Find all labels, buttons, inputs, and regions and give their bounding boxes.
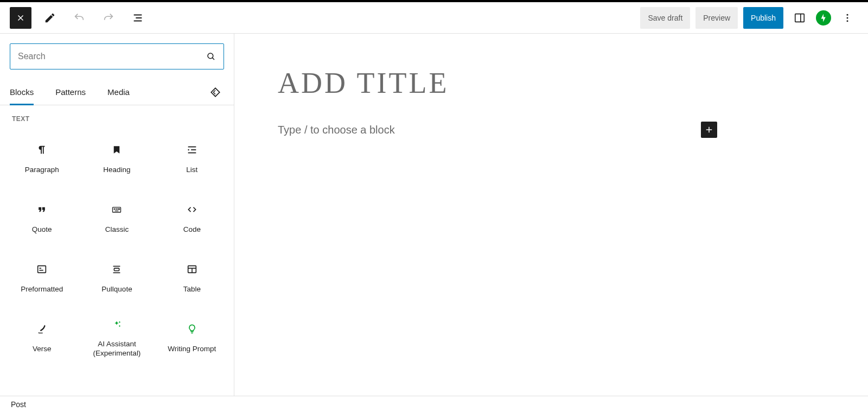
heading-icon xyxy=(112,145,122,155)
svg-point-2 xyxy=(847,14,848,15)
jetpack-button[interactable] xyxy=(816,10,831,26)
block-label: Pullquote xyxy=(101,285,132,294)
table-icon xyxy=(186,263,198,275)
block-label: Preformatted xyxy=(21,285,63,294)
svg-point-15 xyxy=(118,208,118,209)
svg-rect-22 xyxy=(114,268,119,271)
edit-tool-button[interactable] xyxy=(39,7,61,29)
tab-patterns[interactable]: Patterns xyxy=(55,80,86,105)
paragraph-icon xyxy=(36,144,48,156)
tab-media[interactable]: Media xyxy=(107,80,130,105)
pencil-icon xyxy=(44,12,56,24)
blocks-grid: Paragraph Heading List Quote Classic Cod xyxy=(0,128,234,373)
close-icon xyxy=(16,13,25,23)
block-label: AI Assistant (Experimental) xyxy=(81,340,152,358)
block-preformatted[interactable]: Preformatted xyxy=(4,248,79,307)
svg-point-4 xyxy=(847,20,848,22)
chevron-double-icon xyxy=(209,86,221,98)
settings-sidebar-button[interactable] xyxy=(789,7,810,29)
publish-button[interactable]: Publish xyxy=(743,7,783,29)
sidebar-icon xyxy=(794,12,806,24)
undo-icon xyxy=(73,12,85,24)
block-writing-prompt[interactable]: Writing Prompt xyxy=(155,307,229,367)
svg-point-16 xyxy=(119,208,120,209)
editor-footer: Post xyxy=(0,396,868,412)
tab-blocks[interactable]: Blocks xyxy=(10,80,34,105)
search-icon xyxy=(206,52,216,61)
close-inserter-button[interactable] xyxy=(10,7,31,29)
svg-rect-7 xyxy=(211,88,220,97)
block-label: Table xyxy=(183,285,201,294)
block-label: Paragraph xyxy=(25,166,59,175)
block-label: Verse xyxy=(33,345,52,354)
code-icon xyxy=(186,204,199,215)
paragraph-placeholder[interactable]: Type / to choose a block xyxy=(278,124,395,136)
block-quote[interactable]: Quote xyxy=(4,188,79,248)
block-label: Writing Prompt xyxy=(168,345,216,354)
editor-main: Blocks Patterns Media TEXT Paragraph Hea… xyxy=(0,34,868,396)
detach-panel-button[interactable] xyxy=(207,84,224,101)
plus-icon xyxy=(704,125,714,135)
block-paragraph[interactable]: Paragraph xyxy=(4,128,79,188)
paragraph-block-row: Type / to choose a block xyxy=(278,122,717,138)
breadcrumb[interactable]: Post xyxy=(11,400,26,409)
block-table[interactable]: Table xyxy=(155,248,229,307)
pullquote-icon xyxy=(111,263,123,275)
options-button[interactable] xyxy=(837,7,858,29)
block-heading[interactable]: Heading xyxy=(79,128,154,188)
quote-icon xyxy=(35,204,48,215)
inserter-tabs: Blocks Patterns Media xyxy=(0,79,234,105)
keyboard-icon xyxy=(110,204,124,215)
list-view-icon xyxy=(132,12,144,24)
block-ai-assistant[interactable]: AI Assistant (Experimental) xyxy=(79,307,154,367)
topbar-left xyxy=(10,7,149,29)
block-classic[interactable]: Classic xyxy=(79,188,154,248)
block-inserter-panel: Blocks Patterns Media TEXT Paragraph Hea… xyxy=(0,34,234,396)
block-label: List xyxy=(186,166,197,175)
ai-sparkle-icon xyxy=(111,318,123,330)
jetpack-icon xyxy=(819,13,828,23)
svg-point-3 xyxy=(847,17,848,18)
topbar-right: Save draft Preview Publish xyxy=(640,7,858,29)
verse-icon xyxy=(36,323,47,335)
redo-icon xyxy=(103,12,114,24)
document-overview-button[interactable] xyxy=(127,7,149,29)
block-pullquote[interactable]: Pullquote xyxy=(79,248,154,307)
search-wrapper xyxy=(0,34,234,79)
list-icon xyxy=(186,144,198,156)
block-label: Classic xyxy=(105,225,129,234)
svg-line-6 xyxy=(212,58,214,60)
block-verse[interactable]: Verse xyxy=(4,307,79,367)
editor-canvas[interactable]: ADD TITLE Type / to choose a block xyxy=(234,34,868,396)
block-code[interactable]: Code xyxy=(155,188,229,248)
more-vertical-icon xyxy=(842,12,853,23)
save-draft-button[interactable]: Save draft xyxy=(640,7,690,29)
add-block-button[interactable] xyxy=(701,122,717,138)
svg-point-13 xyxy=(114,208,115,209)
block-list[interactable]: List xyxy=(155,128,229,188)
post-title-placeholder[interactable]: ADD TITLE xyxy=(278,66,825,100)
preformatted-icon xyxy=(36,263,48,275)
redo-button[interactable] xyxy=(98,7,119,29)
undo-button[interactable] xyxy=(68,7,90,29)
block-label: Heading xyxy=(103,166,130,175)
preview-button[interactable]: Preview xyxy=(695,7,738,29)
editor-topbar: Save draft Preview Publish xyxy=(0,0,868,34)
search-input[interactable] xyxy=(18,52,206,61)
svg-point-5 xyxy=(208,53,213,59)
section-title-text: TEXT xyxy=(0,105,234,128)
svg-rect-18 xyxy=(38,265,46,272)
search-box xyxy=(10,43,224,69)
svg-rect-0 xyxy=(795,14,805,22)
svg-point-14 xyxy=(116,208,117,209)
block-label: Code xyxy=(183,225,201,234)
lightbulb-icon xyxy=(187,322,197,335)
svg-point-9 xyxy=(188,149,189,150)
block-label: Quote xyxy=(32,225,52,234)
